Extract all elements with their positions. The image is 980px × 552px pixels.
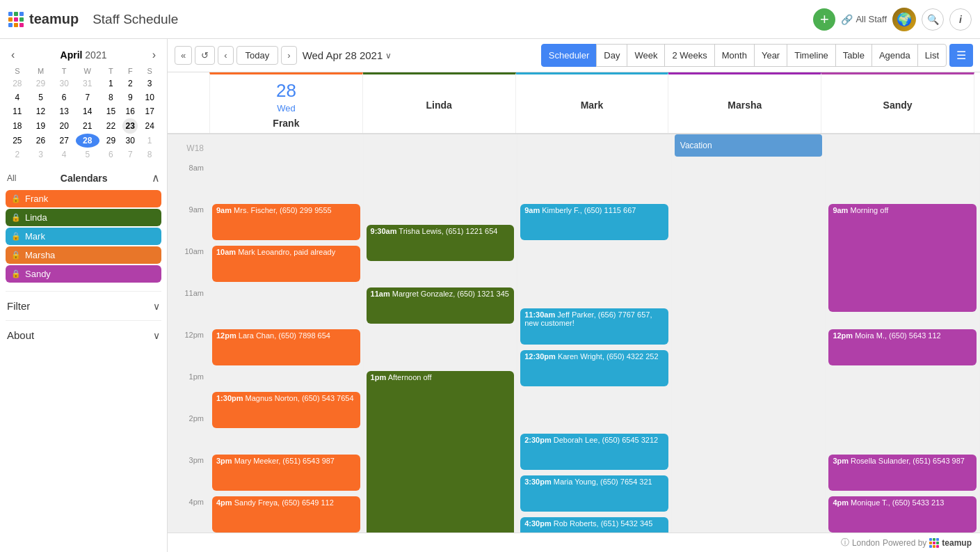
grid-body[interactable]: W18 8am 9am 10am 11am 12pm 1pm 2pm 3pm 4…	[168, 134, 980, 533]
mark-event-3[interactable]: 12:30pm Karen Wright, (650) 4322 252	[520, 350, 668, 386]
mini-cal-day[interactable]: 8	[138, 148, 161, 161]
mini-cal-day[interactable]: 17	[138, 104, 161, 118]
mini-cal-day[interactable]: 3	[138, 77, 161, 90]
mini-cal-day[interactable]: 6	[99, 148, 123, 161]
frank-event-3[interactable]: 12pm Lara Chan, (650) 7898 654	[212, 329, 360, 365]
mini-cal-day[interactable]: 29	[29, 77, 53, 90]
calendar-item-sandy[interactable]: 🔒 Sandy	[6, 265, 161, 283]
frank-event-5[interactable]: 3pm Mary Meeker, (651) 6543 987	[212, 455, 360, 491]
mark-event-4[interactable]: 2:30pm Deborah Lee, (650) 6545 3212	[520, 434, 668, 470]
mini-cal-day[interactable]: 30	[122, 134, 138, 148]
mini-cal-day[interactable]: 4	[6, 90, 29, 104]
view-day-button[interactable]: Day	[596, 44, 627, 67]
linda-event-3[interactable]: 1pm Afternoon off	[367, 371, 515, 533]
mini-cal-day[interactable]: 7	[76, 90, 99, 104]
nav-prev-prev-button[interactable]: «	[175, 46, 192, 65]
mini-cal-day[interactable]: 27	[52, 134, 76, 148]
marsha-vacation-event[interactable]: Vacation	[675, 134, 823, 157]
sandy-event-4[interactable]: 4pm Monique T., (650) 5433 213	[828, 496, 977, 533]
mini-cal-day[interactable]: 22	[99, 118, 123, 134]
today-button[interactable]: Today	[236, 46, 279, 65]
linda-event-1[interactable]: 9:30am Trisha Lewis, (651) 1221 654	[367, 225, 515, 261]
view-year-button[interactable]: Year	[754, 44, 787, 67]
view-week-button[interactable]: Week	[627, 44, 665, 67]
mini-cal-day[interactable]: 4	[52, 148, 76, 161]
mini-cal-day[interactable]: 6	[52, 90, 76, 104]
all-calendars-link[interactable]: All	[7, 173, 16, 183]
all-staff-link[interactable]: 🔗 All Staff	[841, 14, 887, 25]
mini-cal-day[interactable]: 28	[6, 77, 29, 90]
frank-event-4[interactable]: 1:30pm Magnus Norton, (650) 543 7654	[212, 392, 360, 428]
mini-cal-day[interactable]: 9	[122, 90, 138, 104]
calendar-item-frank[interactable]: 🔒 Frank	[6, 190, 161, 207]
mini-cal-day[interactable]: 8	[99, 90, 123, 104]
mini-cal-day[interactable]: 20	[52, 118, 76, 134]
mark-event-6[interactable]: 4:30pm Rob Roberts, (651) 5432 345	[520, 517, 668, 533]
frank-event-2[interactable]: 10am Mark Leoandro, paid already	[212, 246, 360, 282]
mini-cal-day[interactable]: 24	[138, 118, 161, 134]
mini-cal-day[interactable]: 16	[122, 104, 138, 118]
view-agenda-button[interactable]: Agenda	[871, 44, 918, 67]
mini-cal-day[interactable]: 30	[52, 77, 76, 90]
mini-cal-prev[interactable]: ‹	[7, 47, 19, 63]
mini-cal-day[interactable]: 19	[29, 118, 53, 134]
filter-header[interactable]: Filter ∨	[6, 297, 161, 315]
mini-cal-day[interactable]: 5	[29, 90, 53, 104]
frank-event-6[interactable]: 4pm Sandy Freya, (650) 6549 112	[212, 496, 360, 533]
mini-cal-next[interactable]: ›	[148, 47, 160, 63]
mini-cal-day[interactable]: 1	[99, 77, 123, 90]
date-display[interactable]: Wed Apr 28 2021 ∨	[303, 49, 392, 61]
info-button[interactable]: i	[949, 8, 972, 31]
mark-event-5[interactable]: 3:30pm Maria Young, (650) 7654 321	[520, 475, 668, 512]
hamburger-button[interactable]: ☰	[949, 44, 973, 67]
mini-cal-day[interactable]: 14	[76, 104, 99, 118]
footer-brand: teamup	[942, 538, 972, 548]
calendars-collapse[interactable]: ∧	[152, 171, 160, 184]
mini-cal-day[interactable]: 23	[122, 118, 138, 134]
mini-cal-day[interactable]: 29	[99, 134, 123, 148]
calendar-item-marsha[interactable]: 🔒 Marsha	[6, 246, 161, 264]
view-scheduler-button[interactable]: Scheduler	[541, 44, 597, 67]
avatar-button[interactable]: 🌍	[892, 8, 916, 31]
mini-cal-day[interactable]: 3	[29, 148, 53, 161]
mini-cal-day[interactable]: 2	[6, 148, 29, 161]
mini-cal-day[interactable]: 7	[122, 148, 138, 161]
frank-event-1[interactable]: 9am Mrs. Fischer, (650) 299 9555	[212, 204, 360, 240]
about-header[interactable]: About ∨	[6, 326, 161, 344]
view-list-button[interactable]: List	[917, 44, 947, 67]
view-table-button[interactable]: Table	[835, 44, 872, 67]
staff-header-sandy: Sandy	[821, 72, 974, 133]
view-month-button[interactable]: Month	[714, 44, 755, 67]
sandy-event-1[interactable]: 9am Morning off	[828, 204, 977, 312]
mini-cal-day[interactable]: 1	[138, 134, 161, 148]
mini-cal-day[interactable]: 15	[99, 104, 123, 118]
mini-cal-day[interactable]: 26	[29, 134, 53, 148]
view-timeline-button[interactable]: Timeline	[787, 44, 836, 67]
mark-event-1[interactable]: 9am Kimberly F., (650) 1115 667	[520, 204, 668, 240]
sandy-event-2[interactable]: 12pm Moira M., (650) 5643 112	[828, 329, 977, 365]
mini-cal-day[interactable]: 21	[76, 118, 99, 134]
mini-cal-day[interactable]: 5	[76, 148, 99, 161]
sandy-event-3[interactable]: 3pm Rosella Sulander, (651) 6543 987	[828, 455, 977, 491]
calendar-item-linda[interactable]: 🔒 Linda	[6, 209, 161, 226]
nav-prev-button[interactable]: ‹	[218, 46, 233, 65]
mini-cal-day[interactable]: 28	[76, 134, 99, 148]
mini-cal-day[interactable]: 25	[6, 134, 29, 148]
calendar-item-mark[interactable]: 🔒 Mark	[6, 228, 161, 245]
search-button[interactable]: 🔍	[922, 8, 944, 31]
mini-cal-day[interactable]: 13	[52, 104, 76, 118]
frank-column: 9am Mrs. Fischer, (650) 299 9555 10am Ma…	[209, 134, 364, 533]
nav-refresh-button[interactable]: ↺	[195, 46, 215, 65]
view-2weeks-button[interactable]: 2 Weeks	[664, 44, 714, 67]
mini-cal-day[interactable]: 11	[6, 104, 29, 118]
mini-cal-day[interactable]: 2	[122, 77, 138, 90]
mini-cal-day[interactable]: 12	[29, 104, 53, 118]
mini-cal-day[interactable]: 31	[76, 77, 99, 90]
mini-cal-day[interactable]: 10	[138, 90, 161, 104]
mark-event-2[interactable]: 11:30am Jeff Parker, (656) 7767 657, new…	[520, 308, 668, 345]
add-event-button[interactable]: +	[813, 8, 835, 31]
nav-next-button[interactable]: ›	[281, 46, 296, 65]
footer-location: London	[852, 538, 880, 548]
mini-cal-day[interactable]: 18	[6, 118, 29, 134]
linda-event-2[interactable]: 11am Margret Gonzalez, (650) 1321 345	[367, 287, 515, 324]
